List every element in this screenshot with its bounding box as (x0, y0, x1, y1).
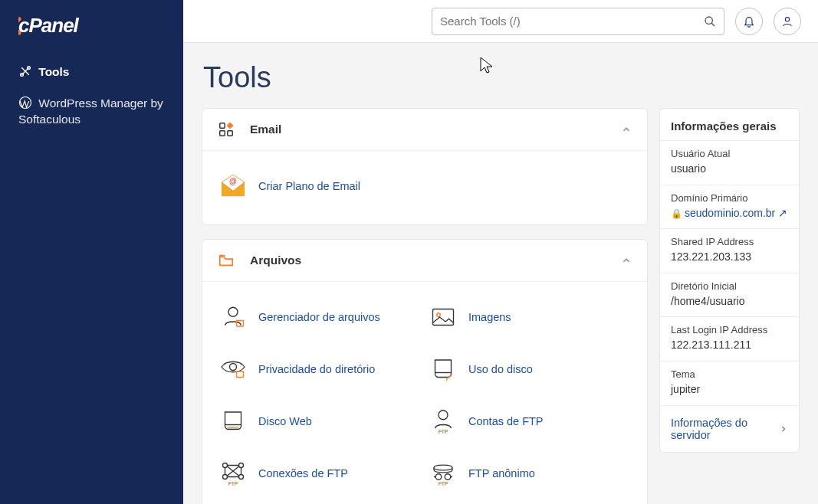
panel-header-email[interactable]: Email (202, 109, 647, 151)
svg-point-24 (435, 474, 442, 480)
tool-label: Contas de FTP (468, 415, 544, 427)
tool-label: FTP anônimo (468, 467, 535, 479)
svg-text:FTP: FTP (228, 481, 238, 486)
svg-text:@: @ (229, 177, 237, 185)
chevron-right-icon (779, 424, 788, 434)
wordpress-icon (18, 96, 35, 110)
svg-point-11 (228, 307, 238, 316)
info-label: Diretório Inicial (671, 280, 788, 292)
svg-text:cPanel: cPanel (18, 15, 80, 37)
directory-privacy-icon (218, 354, 248, 385)
panel-title: Arquivos (250, 254, 301, 267)
sidebar-item-label: WordPress Manager by Softaculous (18, 97, 163, 126)
search-box[interactable] (432, 8, 724, 35)
search-icon (704, 15, 716, 28)
logo: cPanel (0, 0, 183, 57)
info-row-last-login: Last Login IP Address 122.213.111.211 (660, 316, 799, 361)
file-manager-icon (218, 302, 248, 332)
page-title: Tools (183, 43, 818, 108)
info-panel-title: Informações gerais (660, 109, 799, 140)
sidebar-item-tools[interactable]: Tools (0, 57, 183, 88)
svg-point-22 (239, 475, 244, 479)
info-label: Usuário Atual (671, 148, 788, 159)
tool-backup-wizard[interactable]: Assistente de backup (428, 499, 632, 504)
folder-section-icon (218, 252, 239, 269)
lock-icon: 🔒 (671, 208, 682, 219)
tool-ftp-accounts[interactable]: FTP Contas de FTP (428, 395, 632, 447)
tool-images[interactable]: Imagens (428, 291, 632, 343)
bell-icon (743, 15, 755, 28)
main: Tools Email (183, 43, 818, 504)
disk-usage-icon (428, 354, 458, 385)
chevron-up-icon (621, 255, 632, 266)
tool-web-disk[interactable]: Disco Web (218, 395, 422, 447)
chevron-up-icon (621, 124, 632, 135)
user-icon (781, 15, 793, 28)
svg-point-14 (437, 313, 441, 317)
svg-point-19 (223, 463, 228, 468)
panel-header-files[interactable]: Arquivos (202, 240, 647, 282)
images-icon (428, 302, 458, 332)
tool-label: Uso do disco (468, 363, 533, 375)
info-row-theme: Tema jupiter (660, 361, 799, 405)
tool-anonymous-ftp[interactable]: FTP FTP anônimo (428, 447, 632, 499)
panel-files: Arquivos Gerenciador de arquivos Imagens (202, 239, 648, 504)
sidebar-item-label: Tools (38, 65, 69, 78)
user-menu-button[interactable] (774, 8, 801, 35)
server-info-link[interactable]: Informações do servidor (660, 405, 799, 452)
svg-rect-16 (237, 371, 244, 378)
svg-point-25 (445, 474, 451, 480)
info-row-home-directory: Diretório Inicial /home4/usuario (660, 273, 799, 317)
web-disk-icon (218, 406, 248, 437)
svg-rect-9 (227, 122, 234, 129)
tool-label: Privacidade do diretório (258, 363, 375, 375)
svg-point-17 (439, 411, 448, 420)
info-label: Domínio Primário (671, 192, 788, 204)
primary-domain-link[interactable]: seudominio.com.br ↗ (685, 207, 787, 219)
info-value: jupiter (671, 382, 788, 398)
link-label: Informações do servidor (671, 417, 779, 441)
info-value: 122.213.111.211 (671, 338, 788, 353)
envelope-icon: @ (218, 171, 248, 201)
topbar (183, 0, 818, 43)
tool-label: Gerenciador de arquivos (258, 311, 380, 323)
tool-create-email-plan[interactable]: @ Criar Plano de Email (218, 160, 632, 212)
svg-point-20 (239, 463, 244, 468)
info-row-current-user: Usuário Atual usuario (660, 140, 799, 185)
general-info-panel: Informações gerais Usuário Atual usuario… (659, 108, 800, 453)
info-value: usuario (671, 162, 788, 177)
search-input[interactable] (440, 15, 704, 28)
svg-rect-7 (228, 131, 232, 136)
tool-label: Imagens (468, 311, 511, 323)
info-value: /home4/usuario (671, 294, 788, 309)
svg-rect-13 (433, 309, 454, 326)
info-row-shared-ip: Shared IP Address 123.221.203.133 (660, 228, 799, 273)
ftp-connections-icon: FTP (218, 458, 248, 489)
tool-ftp-connections[interactable]: FTP Conexões de FTP (218, 447, 422, 499)
tool-backup[interactable]: Backup (218, 499, 422, 504)
sidebar-item-wordpress-manager[interactable]: WordPress Manager by Softaculous (0, 88, 183, 136)
notifications-button[interactable] (735, 8, 763, 35)
svg-point-5 (785, 17, 789, 21)
info-value: 123.221.203.133 (671, 250, 788, 265)
anonymous-ftp-icon: FTP (428, 458, 458, 489)
external-link-icon: ↗ (778, 207, 787, 219)
panel-title: Email (250, 123, 281, 136)
tool-label: Conexões de FTP (258, 467, 348, 479)
info-label: Tema (671, 368, 788, 380)
tool-file-manager[interactable]: Gerenciador de arquivos (218, 291, 422, 343)
info-label: Last Login IP Address (671, 324, 788, 335)
tool-disk-usage[interactable]: Uso do disco (428, 343, 632, 395)
tool-label: Disco Web (258, 415, 312, 427)
svg-point-4 (705, 17, 712, 24)
tool-label: Criar Plano de Email (258, 180, 360, 192)
info-row-primary-domain: Domínio Primário 🔒seudominio.com.br ↗ (660, 185, 799, 229)
email-section-icon (218, 121, 239, 138)
info-label: Shared IP Address (671, 236, 788, 247)
ftp-accounts-icon: FTP (428, 406, 458, 437)
svg-rect-8 (220, 131, 225, 136)
sidebar: cPanel Tools WordPress Manager by Softac… (0, 0, 183, 504)
tool-directory-privacy[interactable]: Privacidade do diretório (218, 343, 422, 395)
svg-point-15 (230, 364, 237, 371)
svg-rect-6 (220, 123, 225, 128)
